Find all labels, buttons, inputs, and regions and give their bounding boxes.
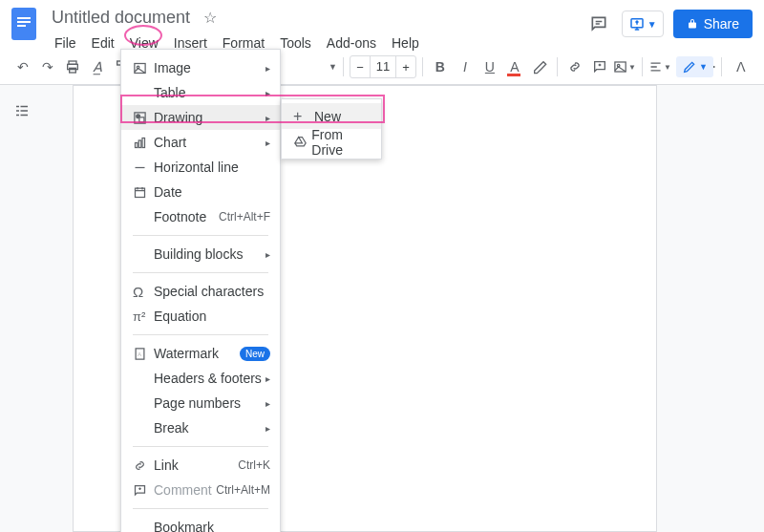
insert-dropdown: Image▸Table▸Drawing▸Chart▸Horizontal lin… [120, 49, 281, 532]
chevron-down-icon[interactable]: ▼ [329, 62, 337, 72]
menu-item-label: Footnote [154, 209, 219, 224]
insert-menu-watermark[interactable]: AWatermarkNew [121, 341, 280, 366]
insert-menu-footnote[interactable]: FootnoteCtrl+Alt+F [121, 204, 280, 229]
drawing-icon [133, 111, 154, 125]
insert-menu-bookmark[interactable]: Bookmark [121, 515, 280, 532]
menu-item-label: Page numbers [154, 395, 265, 411]
link-icon[interactable] [563, 55, 586, 78]
chart-icon [133, 136, 154, 150]
new-badge: New [240, 347, 270, 361]
drawing-submenu-new[interactable]: +New [282, 103, 381, 129]
outline-icon[interactable] [13, 102, 31, 532]
submenu-arrow-icon: ▸ [265, 63, 270, 74]
watermark-icon: A [133, 347, 154, 361]
menu-separator [133, 508, 268, 509]
pi-icon: π² [133, 309, 154, 324]
svg-rect-12 [136, 142, 138, 147]
font-size-decrease[interactable]: − [350, 56, 370, 77]
submenu-label: New [314, 109, 341, 124]
docs-logo[interactable] [11, 8, 36, 40]
insert-menu-date[interactable]: Date [121, 180, 280, 204]
menu-item-label: Building blocks [154, 246, 265, 262]
insert-menu-break[interactable]: Break▸ [121, 415, 280, 440]
drawing-submenu-from-drive[interactable]: From Drive [282, 129, 381, 155]
highlight-icon[interactable] [528, 55, 551, 78]
menu-separator [133, 235, 268, 236]
insert-menu-headers-footers[interactable]: Headers & footers▸ [121, 366, 280, 391]
insert-menu-building-blocks[interactable]: Building blocks▸ [121, 242, 280, 266]
spellcheck-icon[interactable]: A̲ [86, 55, 109, 78]
underline-icon[interactable]: U [478, 55, 501, 78]
menu-item-label: Horizontal line [154, 160, 270, 175]
insert-menu-image[interactable]: Image▸ [121, 55, 280, 80]
menu-item-label: Equation [154, 309, 270, 324]
image-icon[interactable]: ▼ [613, 55, 636, 78]
chevron-down-icon: ▼ [647, 19, 657, 30]
menu-item-label: Special characters [154, 284, 270, 299]
omega-icon: Ω [133, 284, 154, 300]
menu-separator [133, 272, 268, 273]
menu-item-label: Image [154, 60, 265, 75]
menu-item-label: Drawing [154, 110, 265, 125]
submenu-arrow-icon: ▸ [265, 423, 270, 434]
toolbar: ↶ ↷ A̲ ▼ − 11 + B I U A ▼ ▼ ⋯ ▼ [0, 50, 764, 85]
menu-item-label: Break [154, 420, 265, 436]
print-icon[interactable] [61, 55, 84, 78]
font-size-value[interactable]: 11 [370, 56, 396, 77]
submenu-label: From Drive [311, 127, 370, 158]
menu-shortcut: Ctrl+Alt+F [219, 210, 270, 223]
outline-panel [0, 85, 44, 532]
insert-menu-chart[interactable]: Chart▸ [121, 130, 280, 155]
font-size-control: − 11 + [350, 55, 416, 78]
submenu-arrow-icon: ▸ [265, 138, 270, 148]
insert-menu-horizontal-line[interactable]: Horizontal line [121, 155, 280, 180]
doc-title[interactable]: Untitled document [48, 6, 194, 30]
star-icon[interactable]: ☆ [203, 10, 217, 26]
menu-item-label: Date [154, 184, 270, 200]
insert-menu-table[interactable]: Table▸ [121, 80, 280, 105]
submenu-arrow-icon: ▸ [265, 113, 270, 123]
plus-icon: + [293, 108, 314, 125]
redo-icon[interactable]: ↷ [36, 55, 59, 78]
align-icon[interactable]: ▼ [648, 55, 671, 78]
submenu-arrow-icon: ▸ [265, 249, 270, 260]
svg-rect-14 [142, 138, 145, 147]
italic-icon[interactable]: I [454, 55, 477, 78]
link-icon [133, 458, 154, 473]
submenu-arrow-icon: ▸ [265, 373, 270, 384]
insert-menu-link[interactable]: LinkCtrl+K [121, 453, 280, 478]
insert-menu-equation[interactable]: π²Equation [121, 304, 280, 329]
workspace [0, 85, 764, 532]
comment-icon[interactable] [588, 55, 611, 78]
comments-icon[interactable] [585, 11, 612, 37]
date-icon [133, 185, 154, 200]
collapse-icon[interactable]: ᐱ [730, 55, 753, 78]
share-label: Share [704, 16, 739, 32]
drive-icon [293, 135, 311, 149]
editing-mode-button[interactable]: ▼ [676, 56, 713, 77]
undo-icon[interactable]: ↶ [11, 55, 34, 78]
text-color-icon[interactable]: A [503, 55, 526, 78]
menu-separator [133, 334, 268, 335]
header-actions: ▼ Share [585, 10, 753, 38]
title-area: Untitled document ☆ File Edit View Inser… [48, 6, 585, 54]
bold-icon[interactable]: B [429, 55, 452, 78]
menu-item-label: Bookmark [154, 520, 270, 532]
svg-rect-13 [138, 140, 141, 148]
svg-text:A: A [138, 351, 142, 357]
insert-menu-special-characters[interactable]: ΩSpecial characters [121, 279, 280, 304]
font-size-increase[interactable]: + [396, 56, 415, 77]
menu-item-label: Comment [154, 482, 216, 498]
present-button[interactable]: ▼ [622, 11, 664, 37]
submenu-arrow-icon: ▸ [265, 398, 270, 409]
drawing-submenu: +NewFrom Drive [281, 98, 382, 160]
insert-menu-page-numbers[interactable]: Page numbers▸ [121, 391, 280, 415]
menu-item-label: Link [154, 458, 238, 473]
image-icon [133, 61, 154, 75]
submenu-arrow-icon: ▸ [265, 88, 270, 98]
share-button[interactable]: Share [673, 10, 753, 38]
menu-shortcut: Ctrl+K [238, 458, 270, 472]
app-header: Untitled document ☆ File Edit View Inser… [0, 0, 764, 50]
hline-icon [133, 160, 154, 175]
insert-menu-drawing[interactable]: Drawing▸ [121, 105, 280, 130]
